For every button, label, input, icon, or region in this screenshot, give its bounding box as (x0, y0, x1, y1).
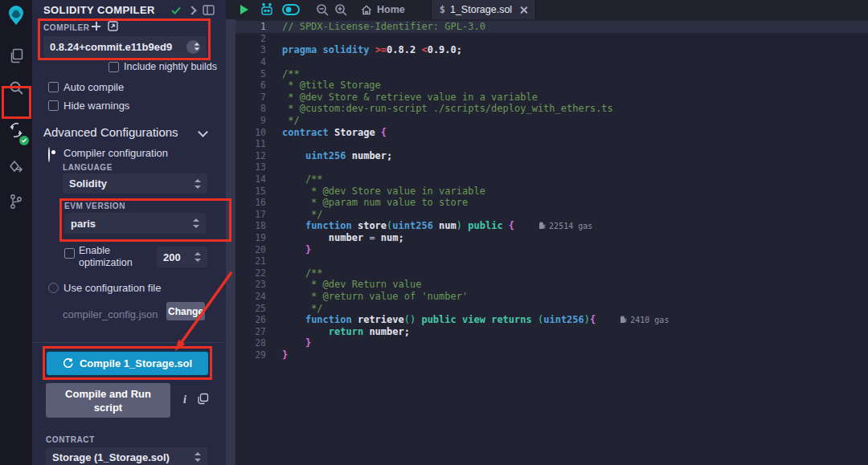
code-text: * @dev Return value (282, 279, 421, 290)
code-line[interactable]: 26 function retrieve() public view retur… (235, 314, 868, 326)
chevron-down-icon[interactable] (198, 127, 208, 137)
code-line[interactable]: 7 * @dev Store & retrieve value in a var… (235, 92, 868, 104)
info-icon[interactable]: i (183, 394, 186, 406)
code-line[interactable]: 15 * @dev Store value in variable (235, 185, 868, 197)
code-line[interactable]: 22 /** (235, 267, 868, 279)
advanced-configurations-title[interactable]: Advanced Configurations (43, 125, 178, 139)
code-text: * @title Storage (282, 80, 381, 91)
stepper-icon (192, 218, 199, 228)
copy-icon[interactable] (197, 393, 209, 405)
line-number: 4 (235, 56, 266, 67)
line-number: 8 (235, 103, 266, 114)
code-line[interactable]: 19 number = num; (235, 232, 868, 244)
code-line[interactable]: 27 return number; (235, 325, 868, 337)
include-nightly-checkbox[interactable] (108, 62, 119, 72)
copilot-toggle-icon[interactable] (282, 4, 300, 15)
refresh-icon (63, 358, 73, 369)
use-config-file-radio[interactable] (48, 283, 59, 293)
code-line[interactable]: 16 * @param num value to store (235, 197, 868, 209)
enable-optimization-checkbox[interactable] (64, 248, 75, 259)
stepper-icon (194, 179, 201, 189)
code-line[interactable]: 3pragma solidity >=0.8.2 <0.9.0; (235, 44, 868, 56)
code-editor[interactable]: 1// SPDX-License-Identifier: GPL-3.023pr… (235, 19, 868, 465)
panel-title: SOLIDITY COMPILER (43, 4, 155, 16)
compiler-configuration-label: Compiler configuration (63, 147, 168, 159)
code-text: */ (282, 303, 323, 314)
code-line[interactable]: 13 (235, 161, 868, 173)
home-icon (361, 5, 372, 15)
git-icon[interactable] (0, 188, 32, 215)
line-number: 12 (235, 150, 266, 161)
import-compiler-icon[interactable] (107, 20, 119, 32)
code-line[interactable]: 28 } (235, 337, 868, 349)
auto-compile-label: Auto compile (63, 81, 124, 93)
code-line[interactable]: 2 (235, 33, 868, 45)
language-select[interactable]: Solidity (63, 173, 207, 194)
run-script-play-icon[interactable] (240, 5, 248, 14)
code-line[interactable]: 29} (235, 349, 868, 361)
chevron-right-icon[interactable] (187, 6, 196, 14)
deploy-and-run-icon[interactable] (0, 154, 32, 182)
zoom-in-icon[interactable] (334, 3, 348, 17)
code-line[interactable]: 9 */ (235, 115, 868, 127)
pin-panel-icon[interactable] (203, 5, 215, 15)
file-explorer-icon[interactable] (0, 42, 32, 69)
code-line[interactable]: 25 */ (235, 302, 868, 314)
code-text: } (282, 349, 288, 361)
change-config-button[interactable]: Change (166, 302, 205, 320)
code-text: /** (282, 173, 323, 185)
line-number: 16 (235, 197, 266, 208)
use-config-file-label: Use configuration file (63, 282, 161, 294)
line-number: 3 (235, 44, 266, 55)
line-number: 6 (235, 80, 266, 91)
evm-version-label: EVM VERSION (64, 202, 125, 210)
compiler-configuration-radio[interactable] (48, 147, 50, 162)
tab-1-storage-sol[interactable]: $ 1_Storage.sol (431, 0, 536, 19)
hide-warnings-checkbox[interactable] (48, 100, 59, 111)
compiler-version-select[interactable]: 0.8.24+commit.e11b9ed9 (43, 36, 207, 57)
code-line[interactable]: 11 (235, 138, 868, 150)
code-text: uint256 number; (282, 150, 392, 161)
code-line[interactable]: 18 function store(uint256 num) public {2… (235, 220, 868, 232)
code-line[interactable]: 6 * @title Storage (235, 80, 868, 92)
line-number: 15 (235, 186, 266, 197)
zoom-out-icon[interactable] (316, 3, 330, 17)
search-icon[interactable] (0, 74, 32, 101)
compiler-section-label: COMPILER (43, 23, 90, 32)
optimization-runs-input[interactable]: 200 (157, 247, 207, 267)
auto-compile-checkbox[interactable] (48, 82, 59, 92)
line-number: 26 (235, 314, 266, 325)
code-line[interactable]: 20 } (235, 243, 868, 255)
code-line[interactable]: 21 (235, 255, 868, 267)
remix-logo-icon[interactable] (0, 0, 32, 31)
contract-select[interactable]: Storage (1_Storage.sol) (46, 447, 207, 465)
code-line[interactable]: 5/** (235, 67, 868, 80)
ai-assistant-bot-icon[interactable] (260, 3, 274, 16)
line-number: 18 (235, 220, 266, 231)
code-text: number = num; (282, 232, 404, 243)
compile-button[interactable]: Compile 1_Storage.sol (46, 351, 209, 376)
line-number: 28 (235, 337, 266, 349)
solidity-compiler-icon[interactable] (0, 114, 32, 146)
compile-and-run-button[interactable]: Compile and Run script (46, 383, 170, 418)
close-tab-icon[interactable] (520, 6, 527, 14)
tab-home[interactable]: Home (361, 4, 405, 15)
code-text: * @custom:dev-run-script ./scripts/deplo… (282, 103, 613, 114)
code-line[interactable]: 12 uint256 number; (235, 150, 868, 162)
code-line[interactable]: 1// SPDX-License-Identifier: GPL-3.0 (235, 21, 868, 33)
code-line[interactable]: 24 * @return value of 'number' (235, 291, 868, 303)
code-text: */ (282, 115, 300, 126)
gas-estimate-badge: 22514 gas (538, 222, 592, 230)
code-line[interactable]: 10contract Storage { (235, 126, 868, 138)
hide-warnings-label: Hide warnings (63, 100, 129, 112)
line-number: 22 (235, 267, 266, 279)
code-line[interactable]: 4 (235, 56, 868, 68)
line-number: 24 (235, 291, 266, 302)
panel-resize-handle[interactable] (226, 19, 235, 465)
evm-version-select[interactable]: paris (64, 213, 206, 234)
code-line[interactable]: 17 */ (235, 209, 868, 221)
code-line[interactable]: 23 * @dev Return value (235, 279, 868, 291)
code-line[interactable]: 8 * @custom:dev-run-script ./scripts/dep… (235, 103, 868, 115)
code-line[interactable]: 14 /** (235, 173, 868, 186)
gas-estimate-badge: 2410 gas (620, 316, 669, 324)
